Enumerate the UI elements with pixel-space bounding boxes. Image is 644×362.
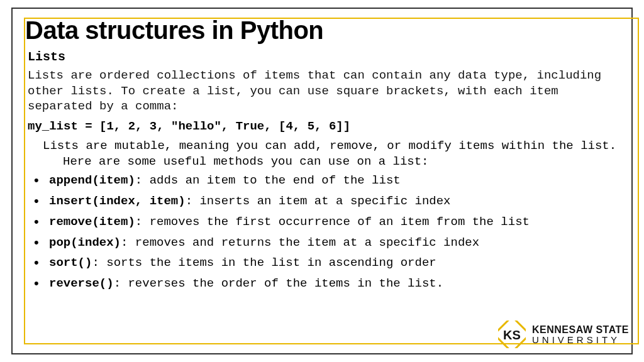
code-example: my_list = [1, 2, 3, "hello", True, [4, 5… — [28, 119, 626, 133]
list-item: remove(item): removes the first occurren… — [30, 214, 626, 230]
method-name: append(item) — [49, 173, 135, 187]
ksu-logo-mark-icon: KS — [498, 321, 526, 348]
method-name: remove(item) — [49, 215, 135, 229]
logo-line-2: UNIVERSITY — [532, 335, 629, 344]
method-list: append(item): adds an item to the end of… — [30, 173, 626, 291]
method-desc: : removes and returns the item at a spec… — [121, 236, 479, 250]
list-item: insert(index, item): inserts an item at … — [30, 194, 626, 209]
method-desc: : sorts the items in the list in ascendi… — [92, 256, 436, 270]
method-name: sort() — [49, 256, 92, 270]
section-title: Lists — [28, 50, 626, 64]
ksu-logo-text: KENNESAW STATE UNIVERSITY — [532, 325, 629, 344]
method-desc: : removes the first occurrence of an ite… — [135, 215, 530, 229]
method-desc: : adds an item to the end of the list — [135, 173, 401, 187]
method-desc: : inserts an item at a specific index — [186, 194, 451, 208]
svg-text:KS: KS — [503, 328, 521, 342]
method-name: insert(index, item) — [49, 194, 186, 208]
list-item: reverse(): reverses the order of the ite… — [30, 276, 626, 292]
slide-title: Data structures in Python — [25, 16, 626, 45]
list-item: append(item): adds an item to the end of… — [30, 173, 626, 189]
intro-paragraph: Lists are ordered collections of items t… — [28, 68, 626, 114]
logo-line-1: KENNESAW STATE — [532, 325, 629, 335]
list-item: sort(): sorts the items in the list in a… — [30, 255, 626, 271]
slide-content: Data structures in Python Lists Lists ar… — [25, 16, 626, 349]
method-name: pop(index) — [49, 236, 121, 250]
list-item: pop(index): removes and returns the item… — [30, 235, 626, 251]
ksu-logo: KS KENNESAW STATE UNIVERSITY — [498, 321, 629, 348]
method-desc: : reverses the order of the items in the… — [114, 277, 444, 290]
method-name: reverse() — [49, 277, 114, 290]
mutable-paragraph: Lists are mutable, meaning you can add, … — [28, 138, 626, 169]
